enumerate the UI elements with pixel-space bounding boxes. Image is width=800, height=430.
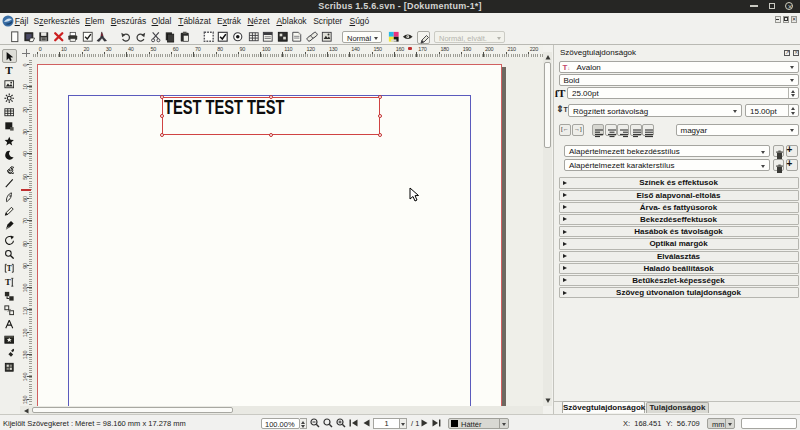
- svg-text:T: T: [7, 264, 12, 273]
- svg-text:T: T: [5, 277, 11, 287]
